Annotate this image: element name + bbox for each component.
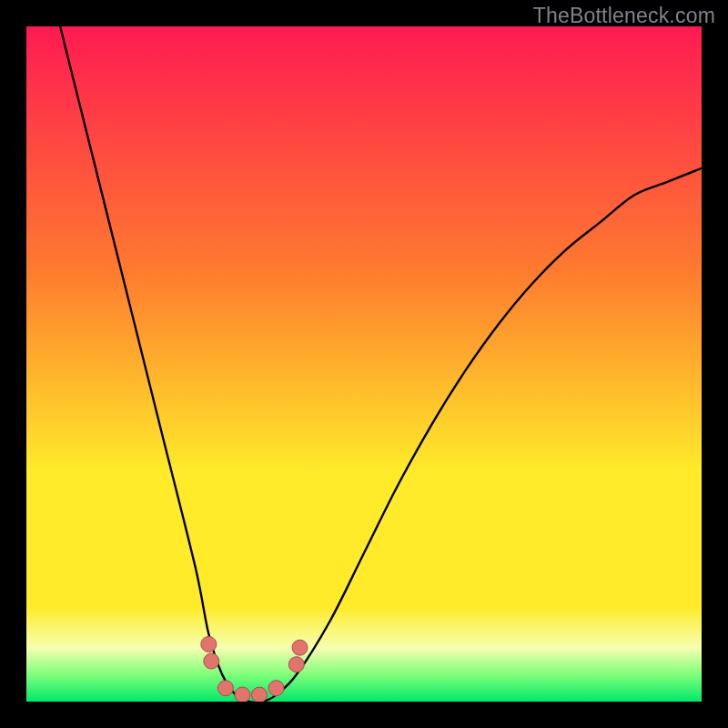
plot-area <box>26 26 702 702</box>
curve-marker <box>217 681 233 696</box>
curve-marker <box>292 640 308 655</box>
curve-marker <box>201 636 217 652</box>
chart-frame: TheBottleneck.com <box>0 0 728 728</box>
bottleneck-curve <box>60 26 702 702</box>
curve-layer <box>26 26 702 702</box>
curve-marker <box>251 687 267 702</box>
curve-marker <box>235 687 250 702</box>
curve-marker <box>288 657 304 672</box>
curve-marker <box>268 681 284 696</box>
curve-marker <box>204 653 219 669</box>
curve-markers <box>201 636 308 702</box>
watermark-text: TheBottleneck.com <box>533 4 715 28</box>
